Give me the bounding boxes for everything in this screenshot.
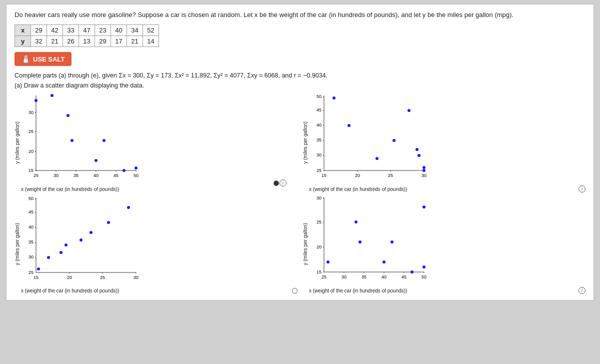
c4-point-5 (326, 260, 330, 264)
c3-point-4 (64, 244, 68, 246)
x-label: x (15, 25, 31, 36)
main-container: Do heavier cars really use more gasoline… (6, 4, 594, 300)
c4-point-7 (358, 240, 362, 244)
chart4-y-label: y (miles per gallon) (302, 223, 308, 265)
svg-text:30: 30 (422, 173, 426, 178)
chart3-radio[interactable] (292, 288, 298, 294)
chart-1-container: y (miles per gallon) 15 20 25 30 (14, 93, 298, 192)
chart1-y-label: y (miles per gallon) (14, 122, 20, 164)
chart1-svg: 15 20 25 30 25 30 35 40 (21, 93, 141, 186)
chart-3-container: y (miles per gallon) 25 30 35 40 45 50 (14, 194, 298, 294)
svg-text:15: 15 (316, 270, 322, 274)
y-label: y (15, 36, 31, 47)
chart3-y-label: y (miles per gallon) (14, 223, 20, 265)
svg-text:15: 15 (28, 168, 34, 173)
svg-text:45: 45 (114, 173, 118, 178)
chart1-radio[interactable] (274, 180, 279, 186)
chart1-info[interactable]: i (280, 180, 286, 186)
svg-text:30: 30 (316, 196, 322, 200)
svg-text:30: 30 (28, 254, 34, 260)
chart2-info[interactable]: i (578, 186, 586, 192)
svg-text:40: 40 (382, 274, 386, 280)
svg-text:20: 20 (67, 275, 72, 280)
c3-point-3 (60, 251, 62, 254)
part-a-label: (a) Draw a scatter diagram displaying th… (14, 82, 586, 89)
svg-text:25: 25 (322, 274, 326, 280)
chart4-bottom: x (weight of the car (in hundreds of pou… (309, 287, 586, 294)
x-val-4: 47 (79, 25, 95, 36)
c4-point-4 (410, 270, 414, 274)
chart1-x-label: x (weight of the car (in hundreds of pou… (21, 186, 119, 192)
c3-point-1 (37, 268, 40, 270)
chart2-bottom: x (weight of the car (in hundreds of pou… (309, 186, 586, 192)
svg-text:15: 15 (322, 173, 326, 178)
svg-text:45: 45 (28, 210, 34, 214)
svg-text:25: 25 (388, 173, 393, 178)
chart3-bottom: x (weight of the car (in hundreds of pou… (21, 288, 298, 294)
y-val-1: 32 (31, 36, 47, 47)
svg-text:30: 30 (342, 274, 346, 280)
svg-text:50: 50 (316, 94, 322, 99)
x-val-3: 33 (63, 25, 79, 36)
point-8 (134, 166, 138, 170)
x-val-2: 42 (47, 25, 63, 36)
svg-text:25: 25 (34, 173, 38, 178)
point-4 (122, 169, 126, 172)
chart1-bottom: x (weight of the car (in hundreds of pou… (21, 186, 298, 192)
svg-text:40: 40 (316, 122, 322, 128)
y-val-4: 13 (79, 36, 95, 47)
use-salt-button[interactable]: 🧂 USE SALT (14, 52, 72, 66)
use-salt-label: USE SALT (33, 56, 64, 63)
y-val-7: 21 (127, 36, 143, 47)
c2-point-1 (416, 148, 418, 151)
svg-text:35: 35 (362, 274, 366, 280)
svg-text:20: 20 (316, 244, 322, 250)
svg-text:25: 25 (28, 270, 34, 275)
c2-point-8 (408, 109, 410, 112)
svg-text:35: 35 (316, 138, 322, 142)
c2-point-9 (418, 154, 420, 157)
c4-point-2 (390, 240, 394, 244)
x-val-6: 40 (111, 25, 127, 36)
svg-text:50: 50 (422, 274, 426, 280)
x-val-8: 52 (143, 25, 159, 36)
y-val-6: 17 (111, 36, 127, 47)
point-1 (50, 94, 54, 97)
svg-text:30: 30 (28, 110, 34, 115)
point-3 (66, 114, 70, 117)
c2-point-7 (392, 139, 396, 142)
svg-text:40: 40 (28, 224, 34, 230)
c3-point-8 (127, 206, 130, 209)
c3-point-7 (107, 221, 110, 224)
c2-point-4 (376, 157, 378, 160)
svg-text:30: 30 (134, 275, 138, 280)
svg-text:25: 25 (316, 168, 322, 173)
c3-point-2 (47, 256, 50, 259)
c3-point-6 (90, 231, 92, 234)
svg-text:50: 50 (28, 196, 34, 201)
point-5 (34, 99, 38, 102)
point-2 (102, 139, 106, 142)
c2-point-2 (422, 169, 426, 172)
chart2-y-label: y (miles per gallon) (302, 122, 308, 164)
y-val-2: 21 (47, 36, 63, 47)
svg-text:35: 35 (74, 173, 78, 178)
chart2-area: 25 30 35 40 45 50 15 20 25 (309, 93, 586, 192)
c2-point-5 (332, 96, 336, 100)
point-6 (94, 159, 98, 162)
svg-text:30: 30 (54, 173, 58, 178)
chart4-area: 15 20 25 30 25 30 35 40 45 (309, 194, 586, 294)
chart1-area: 15 20 25 30 25 30 35 40 (21, 93, 298, 192)
svg-text:15: 15 (34, 275, 38, 280)
y-val-8: 14 (143, 36, 159, 47)
chart4-info[interactable]: i (578, 287, 586, 294)
chart-2-container: y (miles per gallon) 25 30 35 40 45 50 (302, 93, 586, 192)
x-val-7: 34 (127, 25, 143, 36)
svg-text:35: 35 (28, 240, 34, 244)
svg-text:25: 25 (28, 129, 34, 134)
chart4-svg: 15 20 25 30 25 30 35 40 45 (309, 194, 429, 287)
svg-text:40: 40 (94, 173, 98, 178)
x-val-5: 23 (95, 25, 111, 36)
chart3-svg: 25 30 35 40 45 50 15 20 25 (21, 195, 141, 288)
c4-point-1 (422, 206, 426, 208)
